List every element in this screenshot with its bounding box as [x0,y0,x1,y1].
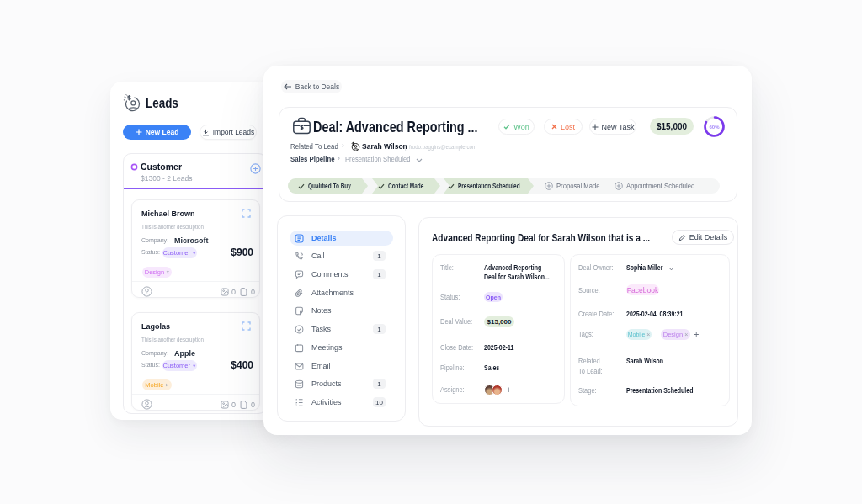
svg-text:60%: 60% [709,125,720,130]
